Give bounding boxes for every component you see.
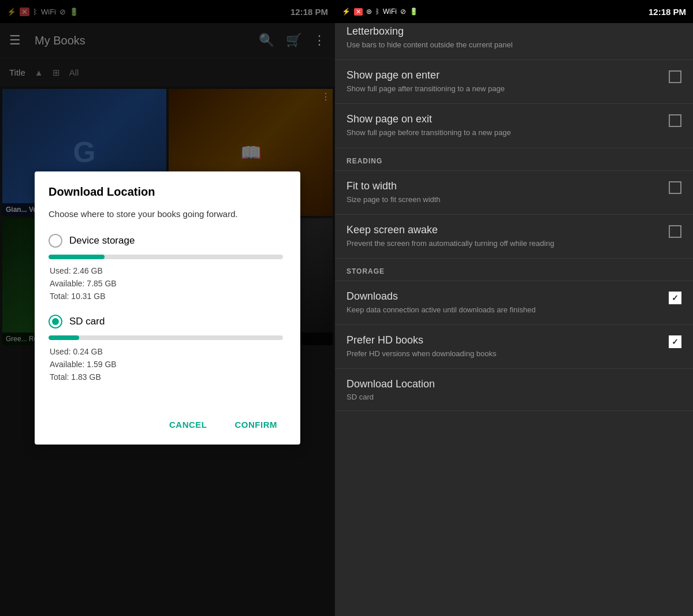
- device-storage-header: Device storage: [49, 234, 283, 248]
- device-storage-bar-fill: [49, 255, 105, 259]
- battery-icon-right: 🔋: [409, 8, 418, 16]
- prefer-hd-title: Prefer HD books: [346, 334, 662, 346]
- dialog-overlay: Download Location Choose where to store …: [0, 0, 335, 616]
- downloads-text: Downloads Keep data connection active un…: [346, 290, 662, 315]
- reading-section-header: READING: [335, 148, 693, 171]
- fit-to-width-item: Fit to width Size page to fit screen wid…: [335, 171, 693, 215]
- show-page-exit-item: Show page on exit Show full page before …: [335, 104, 693, 148]
- show-page-exit-text: Show page on exit Show full page before …: [346, 113, 662, 138]
- letterboxing-desc: Use bars to hide content outside the cur…: [346, 40, 681, 50]
- fit-to-width-desc: Size page to fit screen width: [346, 195, 662, 205]
- sdcard-storage-option[interactable]: SD card Used: 0.24 GB Available: 1.59 GB…: [49, 315, 283, 382]
- letterboxing-title: Letterboxing: [346, 25, 681, 38]
- status-bar-right: ⚡ ✕ ⊛ ᛒ WiFi ⊘ 🔋 12:18 PM: [335, 0, 693, 23]
- sdcard-storage-available: Available: 1.59 GB: [50, 360, 283, 369]
- sdcard-storage-radio[interactable]: [49, 315, 62, 328]
- device-storage-label: Device storage: [69, 235, 135, 247]
- no-entry-icon-right: ⊘: [400, 8, 406, 16]
- right-status-icons: ⚡ ✕ ⊛ ᛒ WiFi ⊘ 🔋: [342, 8, 418, 16]
- downloads-desc: Keep data connection active until downlo…: [346, 305, 662, 315]
- sdcard-storage-bar-fill: [49, 335, 79, 340]
- downloads-checkbox[interactable]: [669, 292, 681, 304]
- keep-screen-awake-checkbox[interactable]: [669, 225, 681, 238]
- sdcard-storage-header: SD card: [49, 315, 283, 328]
- right-panel: ⚡ ✕ ⊛ ᛒ WiFi ⊘ 🔋 12:18 PM Letterboxing U…: [335, 0, 693, 616]
- show-page-enter-text: Show page on enter Show full page after …: [346, 69, 662, 94]
- left-panel: ⚡ ✕ ᛒ WiFi ⊘ 🔋 12:18 PM ☰ My Books 🔍 🛒 ⋮…: [0, 0, 335, 616]
- keep-screen-awake-item: Keep screen awake Prevent the screen fro…: [335, 215, 693, 259]
- device-storage-radio[interactable]: [49, 234, 62, 248]
- storage-section-label: STORAGE: [346, 267, 385, 275]
- keep-screen-awake-desc: Prevent the screen from automatically tu…: [346, 238, 662, 249]
- bluetooth-icon-right: ᛒ: [375, 8, 379, 16]
- prefer-hd-item: Prefer HD books Prefer HD versions when …: [335, 325, 693, 369]
- storage-section-header: STORAGE: [335, 259, 693, 281]
- dialog-description: Choose where to store your books going f…: [49, 208, 286, 220]
- device-storage-bar-bg: [49, 255, 283, 259]
- show-page-exit-checkbox[interactable]: [669, 114, 681, 127]
- reading-section-label: READING: [346, 157, 382, 165]
- keep-screen-awake-text: Keep screen awake Prevent the screen fro…: [346, 224, 662, 249]
- device-storage-available: Available: 7.85 GB: [50, 279, 283, 288]
- fit-to-width-text: Fit to width Size page to fit screen wid…: [346, 180, 662, 205]
- downloads-title: Downloads: [346, 290, 662, 303]
- fit-to-width-checkbox[interactable]: [669, 181, 681, 194]
- show-page-enter-desc: Show full page after transitioning to a …: [346, 84, 662, 94]
- confirm-button[interactable]: CONFIRM: [226, 414, 287, 435]
- sdcard-storage-bar-bg: [49, 335, 283, 340]
- settings-content: Letterboxing Use bars to hide content ou…: [335, 23, 693, 411]
- downloads-item: Downloads Keep data connection active un…: [335, 281, 693, 325]
- usb-icon-right: ⚡: [342, 8, 351, 16]
- device-storage-total: Total: 10.31 GB: [50, 292, 283, 301]
- sdcard-storage-used: Used: 0.24 GB: [50, 347, 283, 356]
- sdcard-storage-label: SD card: [69, 316, 105, 327]
- app-icon-right: ⊛: [366, 8, 372, 16]
- letterboxing-section: Letterboxing Use bars to hide content ou…: [335, 23, 693, 60]
- keep-screen-awake-title: Keep screen awake: [346, 224, 662, 236]
- status-time-right: 12:18 PM: [649, 7, 686, 17]
- prefer-hd-text: Prefer HD books Prefer HD versions when …: [346, 334, 662, 359]
- download-location-dialog: Download Location Choose where to store …: [35, 171, 300, 445]
- show-page-exit-title: Show page on exit: [346, 113, 662, 125]
- show-page-enter-title: Show page on enter: [346, 69, 662, 81]
- prefer-hd-checkbox[interactable]: [669, 335, 681, 348]
- wifi-icon-right: WiFi: [383, 8, 397, 16]
- dialog-title: Download Location: [49, 185, 286, 199]
- prefer-hd-desc: Prefer HD versions when downloading book…: [346, 349, 662, 359]
- notification-x-icon-right: ✕: [354, 8, 363, 16]
- dialog-content: Device storage Used: 2.46 GB Available: …: [49, 234, 286, 395]
- show-page-enter-checkbox[interactable]: [669, 70, 681, 83]
- device-storage-option[interactable]: Device storage Used: 2.46 GB Available: …: [49, 234, 283, 301]
- download-location-item[interactable]: Download Location SD card: [335, 369, 693, 411]
- sdcard-storage-total: Total: 1.83 GB: [50, 372, 283, 382]
- show-page-enter-item: Show page on enter Show full page after …: [335, 60, 693, 104]
- download-location-value: SD card: [346, 393, 681, 401]
- fit-to-width-title: Fit to width: [346, 180, 662, 192]
- device-storage-used: Used: 2.46 GB: [50, 266, 283, 275]
- download-location-title: Download Location: [346, 378, 681, 390]
- show-page-exit-desc: Show full page before transitioning to a…: [346, 128, 662, 138]
- dialog-actions: CANCEL CONFIRM: [49, 409, 286, 435]
- cancel-button[interactable]: CANCEL: [160, 414, 217, 435]
